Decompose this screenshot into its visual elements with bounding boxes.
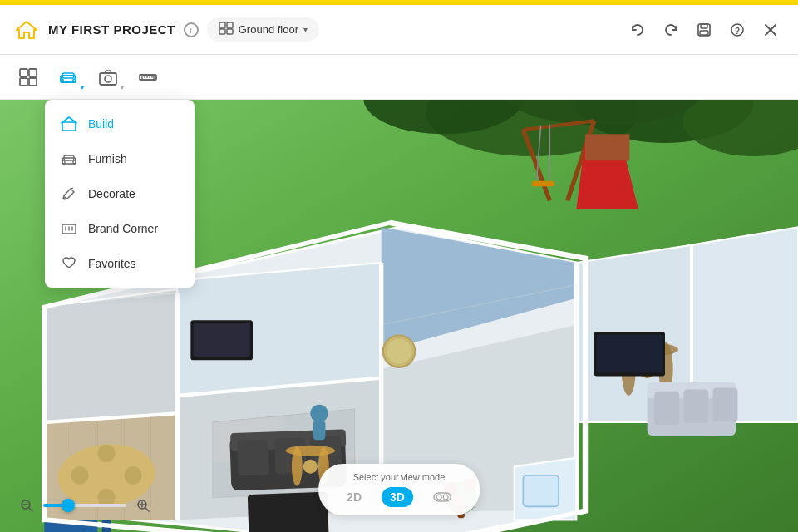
- header-left: MY FIRST PROJECT i Ground floor ▾: [13, 17, 319, 43]
- svg-rect-2: [227, 22, 233, 28]
- svg-text:?: ?: [735, 26, 740, 35]
- floor-chevron-icon: ▾: [303, 25, 308, 34]
- svg-rect-1: [219, 22, 225, 28]
- svg-point-86: [71, 466, 88, 484]
- svg-line-124: [29, 508, 32, 511]
- svg-rect-15: [29, 78, 37, 86]
- menu-item-favorites-label: Favorites: [88, 257, 136, 270]
- menu-item-decorate-label: Decorate: [88, 187, 135, 200]
- svg-rect-12: [20, 69, 27, 76]
- svg-point-122: [443, 495, 448, 500]
- svg-rect-31: [62, 160, 65, 164]
- svg-point-121: [436, 495, 441, 500]
- svg-rect-91: [194, 323, 250, 357]
- info-icon[interactable]: i: [184, 22, 199, 37]
- menu-item-build-label: Build: [88, 117, 114, 131]
- svg-rect-7: [700, 31, 708, 35]
- header: MY FIRST PROJECT i Ground floor ▾: [0, 5, 798, 55]
- undo-button[interactable]: [623, 16, 652, 44]
- svg-rect-3: [219, 29, 225, 34]
- svg-rect-107: [683, 390, 708, 424]
- build-icon: [60, 115, 78, 133]
- view-mode-2d-button[interactable]: 2D: [338, 487, 370, 507]
- save-button[interactable]: [690, 16, 718, 44]
- menu-item-furnish-label: Furnish: [88, 152, 127, 165]
- svg-point-21: [105, 76, 111, 82]
- view-mode-bar: Select your view mode 2D 3D: [318, 464, 480, 515]
- svg-rect-108: [713, 387, 738, 421]
- svg-line-35: [71, 188, 73, 189]
- zoom-control: [17, 495, 153, 515]
- zoom-out-button[interactable]: [17, 495, 37, 515]
- svg-point-87: [124, 466, 141, 484]
- svg-rect-13: [29, 69, 37, 76]
- svg-point-84: [97, 445, 115, 462]
- menu-item-build[interactable]: Build: [45, 106, 195, 141]
- help-button[interactable]: ?: [723, 16, 751, 44]
- view-mode-3d-button[interactable]: 3D: [382, 487, 413, 507]
- svg-rect-4: [227, 29, 233, 34]
- svg-rect-103: [597, 334, 663, 372]
- svg-rect-106: [654, 392, 679, 426]
- svg-rect-29: [62, 122, 76, 131]
- menu-item-decorate[interactable]: Decorate: [45, 176, 195, 211]
- dropdown-menu: Build Furnish: [45, 100, 195, 288]
- brand-corner-icon: [60, 219, 78, 238]
- close-button[interactable]: [756, 16, 785, 44]
- svg-rect-101: [532, 181, 554, 186]
- svg-rect-17: [61, 79, 63, 82]
- yellow-accent-bar: [0, 0, 798, 5]
- svg-point-93: [387, 339, 411, 364]
- decorate-icon: [60, 185, 78, 203]
- floor-plan-icon: [219, 22, 234, 37]
- furnish-tool-button[interactable]: ▾: [50, 61, 86, 94]
- view-modes: 2D 3D: [338, 487, 460, 507]
- menu-item-favorites[interactable]: Favorites: [45, 246, 195, 281]
- project-title: MY FIRST PROJECT: [48, 22, 175, 37]
- home-icon[interactable]: [13, 17, 40, 43]
- menu-item-furnish[interactable]: Furnish: [45, 141, 195, 176]
- menu-item-brand-corner[interactable]: Brand Corner: [45, 211, 195, 246]
- svg-point-77: [292, 447, 303, 486]
- zoom-in-button[interactable]: [133, 495, 153, 515]
- toolbar: ▾ ▾: [0, 55, 798, 100]
- camera-tool-button[interactable]: ▾: [90, 61, 126, 94]
- floor-selector[interactable]: Ground floor ▾: [207, 17, 319, 42]
- svg-rect-18: [73, 79, 76, 82]
- redo-button[interactable]: [657, 16, 685, 44]
- zoom-slider[interactable]: [43, 504, 126, 507]
- svg-point-75: [303, 460, 318, 474]
- header-right: ?: [623, 16, 785, 44]
- svg-marker-61: [44, 293, 177, 422]
- view-mode-prompt: Select your view mode: [353, 472, 446, 482]
- svg-marker-0: [17, 22, 37, 38]
- favorites-icon: [60, 254, 78, 273]
- zoom-slider-thumb[interactable]: [62, 499, 75, 512]
- floorplan-tool-button[interactable]: [10, 61, 47, 94]
- svg-rect-98: [585, 134, 629, 160]
- svg-rect-118: [523, 475, 559, 506]
- menu-item-brand-corner-label: Brand Corner: [88, 222, 158, 235]
- svg-rect-20: [100, 73, 116, 85]
- svg-line-127: [145, 508, 149, 511]
- furnish-icon: [60, 150, 78, 168]
- measure-tool-button[interactable]: [130, 61, 166, 94]
- svg-rect-71: [237, 440, 269, 476]
- svg-point-88: [310, 405, 328, 422]
- svg-rect-74: [248, 492, 329, 532]
- floor-label: Ground floor: [239, 23, 298, 36]
- svg-rect-89: [313, 421, 326, 440]
- app-window: MY FIRST PROJECT i Ground floor ▾: [0, 5, 798, 532]
- svg-rect-32: [73, 160, 76, 164]
- view-mode-vr-button[interactable]: [425, 487, 460, 507]
- svg-rect-14: [20, 78, 27, 86]
